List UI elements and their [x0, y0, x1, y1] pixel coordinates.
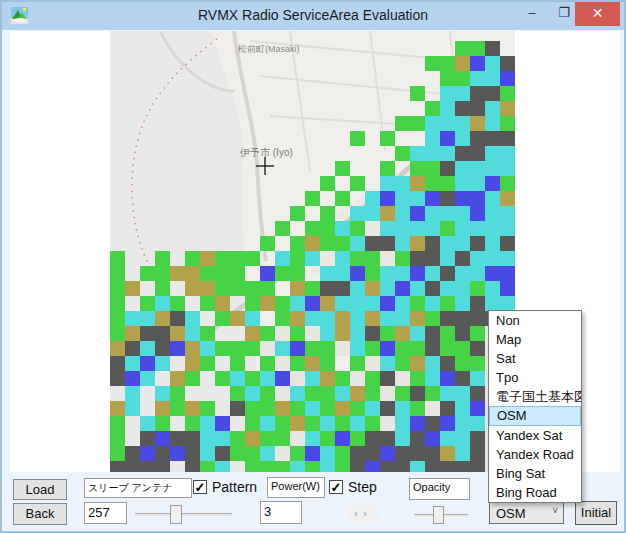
coverage-tile [110, 341, 125, 356]
coverage-tile [185, 281, 200, 296]
coverage-tile [245, 401, 260, 416]
dropdown-item-non[interactable]: Non [489, 311, 581, 330]
coverage-tile [185, 401, 200, 416]
dropdown-item-tpo[interactable]: Tpo [489, 368, 581, 387]
coverage-tile [410, 221, 425, 236]
coverage-tile [470, 161, 485, 176]
coverage-tile [440, 131, 455, 146]
step-checkbox[interactable]: ✓ [329, 480, 343, 494]
coverage-tile [425, 386, 440, 401]
coverage-tile [290, 446, 305, 461]
coverage-tile [440, 461, 455, 472]
coverage-tile [440, 311, 455, 326]
coverage-tile [470, 101, 485, 116]
pattern-checkbox[interactable]: ✓ [193, 480, 207, 494]
initial-button[interactable]: Initial [575, 501, 617, 525]
coverage-tile [215, 311, 230, 326]
coverage-tile [440, 146, 455, 161]
coverage-tile [485, 41, 500, 56]
dropdown-item-yandex-road[interactable]: Yandex Road [489, 445, 581, 464]
coverage-tile [140, 311, 155, 326]
coverage-tile [245, 371, 260, 386]
dropdown-item-yandex-sat[interactable]: Yandex Sat [489, 426, 581, 445]
coverage-tile [425, 326, 440, 341]
coverage-tile [395, 416, 410, 431]
coverage-tile [425, 446, 440, 461]
coverage-tile [425, 206, 440, 221]
coverage-tile [335, 326, 350, 341]
coverage-tile [485, 101, 500, 116]
coverage-tile [110, 431, 125, 446]
coverage-tile [155, 326, 170, 341]
basemap-dropdown-list: NonMapSatTpo電子国土基本図OSMYandex SatYandex R… [488, 310, 582, 503]
coverage-tile [425, 221, 440, 236]
coverage-tile [275, 266, 290, 281]
coverage-tile [395, 146, 410, 161]
minimize-button[interactable]: – [518, 2, 546, 26]
dropdown-item-電子国土基本図[interactable]: 電子国土基本図 [489, 387, 581, 406]
coverage-tile [410, 161, 425, 176]
dropdown-item-osm[interactable]: OSM [489, 406, 581, 425]
channel-slider-track[interactable] [135, 513, 232, 516]
antenna-input[interactable]: スリーブ アンテナ [84, 478, 192, 498]
opacity-input[interactable]: Opacity [409, 478, 470, 500]
coverage-tile [440, 101, 455, 116]
spinner-right-icon[interactable]: › [363, 507, 372, 519]
step-input[interactable]: 3 [260, 501, 302, 524]
dropdown-item-sat[interactable]: Sat [489, 349, 581, 368]
coverage-tile [410, 236, 425, 251]
coverage-tile [350, 326, 365, 341]
coverage-tile [170, 311, 185, 326]
coverage-tile [350, 446, 365, 461]
coverage-tile [395, 236, 410, 251]
coverage-tile [350, 221, 365, 236]
coverage-tile [350, 311, 365, 326]
dropdown-item-bing-road[interactable]: Bing Road [489, 483, 581, 502]
channel-input[interactable]: 257 [84, 502, 127, 524]
channel-slider-thumb[interactable] [170, 505, 182, 524]
opacity-slider-thumb[interactable] [433, 506, 444, 524]
coverage-tile [320, 416, 335, 431]
coverage-tile [275, 461, 290, 472]
coverage-tile [455, 326, 470, 341]
coverage-tile [275, 401, 290, 416]
coverage-tile [380, 401, 395, 416]
load-button[interactable]: Load [13, 479, 67, 500]
coverage-tile [305, 296, 320, 311]
basemap-combobox[interactable]: OSM ˅ [489, 502, 564, 524]
dropdown-item-map[interactable]: Map [489, 330, 581, 349]
coverage-tile [140, 371, 155, 386]
coverage-tile [290, 386, 305, 401]
coverage-tile [410, 461, 425, 472]
coverage-tile [230, 311, 245, 326]
app-window: RVMX Radio ServiceArea Evaluation – ❐ ✕ [0, 0, 626, 533]
coverage-tile [455, 101, 470, 116]
back-button[interactable]: Back [13, 503, 67, 525]
coverage-tile [410, 176, 425, 191]
coverage-tile [440, 161, 455, 176]
maximize-button[interactable]: ❐ [550, 2, 578, 26]
coverage-tile [470, 221, 485, 236]
spinner-left-icon[interactable]: ‹ [354, 507, 363, 519]
coverage-tile [290, 266, 305, 281]
coverage-tile [440, 296, 455, 311]
coverage-tile [245, 461, 260, 472]
coverage-tile [470, 401, 485, 416]
coverage-tile [470, 176, 485, 191]
step-spinner[interactable]: ‹› [347, 505, 379, 523]
coverage-tile [380, 236, 395, 251]
coverage-tile [470, 146, 485, 161]
coverage-tile [365, 191, 380, 206]
coverage-tile [470, 131, 485, 146]
coverage-tile [440, 71, 455, 86]
power-input[interactable]: Power(W) [267, 477, 325, 498]
coverage-tile [440, 416, 455, 431]
coverage-tile [455, 176, 470, 191]
dropdown-item-bing-sat[interactable]: Bing Sat [489, 464, 581, 483]
coverage-tile [365, 416, 380, 431]
coverage-tile [200, 446, 215, 461]
close-button[interactable]: ✕ [575, 2, 620, 26]
coverage-tile [140, 446, 155, 461]
coverage-tile [260, 281, 275, 296]
coverage-tile [470, 86, 485, 101]
